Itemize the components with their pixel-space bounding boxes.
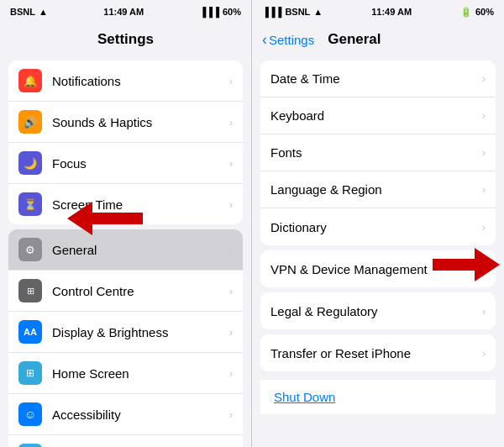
right-signal-icon: ▐▐▐ bbox=[262, 7, 281, 17]
controlcentre-label: Control Centre bbox=[52, 284, 226, 298]
homescreen-icon: ⊞ bbox=[18, 361, 42, 385]
fonts-label: Fonts bbox=[270, 145, 479, 160]
right-group-2: VPN & Device Management › bbox=[260, 250, 496, 287]
sidebar-item-general[interactable]: ⚙ General › bbox=[8, 229, 243, 271]
fonts-chevron: › bbox=[482, 146, 486, 159]
left-settings-list: 🔔 Notifications › 🔊 Sounds & Haptics › 🌙 bbox=[0, 55, 251, 447]
dictionary-chevron: › bbox=[482, 221, 486, 234]
right-time: 11:49 AM bbox=[371, 7, 412, 17]
sidebar-item-display[interactable]: AA Display & Brightness › bbox=[8, 312, 243, 353]
right-settings-list: Date & Time › Keyboard › Fonts › Languag… bbox=[252, 55, 504, 447]
sidebar-item-controlcentre[interactable]: ⊞ Control Centre › bbox=[8, 271, 243, 312]
datetime-chevron: › bbox=[482, 72, 486, 85]
notifications-icon: 🔔 bbox=[18, 69, 42, 92]
left-panel: BSNL ▲ 11:49 AM ▐▐▐ 60% Settings 🔔 Notif… bbox=[0, 0, 252, 447]
sidebar-item-sounds[interactable]: 🔊 Sounds & Haptics › bbox=[8, 102, 243, 143]
controlcentre-icon: ⊞ bbox=[18, 279, 42, 302]
language-label: Language & Region bbox=[270, 182, 479, 197]
homescreen-label: Home Screen bbox=[52, 366, 226, 381]
left-wifi-icon: ▲ bbox=[39, 7, 48, 17]
vpn-label: VPN & Device Management bbox=[270, 262, 479, 276]
display-chevron: › bbox=[229, 326, 233, 339]
right-title: General bbox=[328, 31, 381, 48]
language-chevron: › bbox=[482, 183, 486, 196]
left-status-bar: BSNL ▲ 11:49 AM ▐▐▐ 60% bbox=[0, 0, 251, 24]
left-signal-icon: ▐▐▐ bbox=[200, 7, 219, 17]
left-group-2: ⚙ General › ⊞ Control Centre › AA D bbox=[8, 229, 243, 447]
homescreen-chevron: › bbox=[229, 367, 233, 380]
notifications-chevron: › bbox=[229, 75, 233, 87]
right-group-3: Legal & Regulatory › bbox=[260, 292, 496, 329]
right-group-1: Date & Time › Keyboard › Fonts › Languag… bbox=[260, 60, 496, 245]
left-battery: 60% bbox=[223, 7, 241, 17]
right-status-bar: ▐▐▐ BSNL ▲ 11:49 AM 🔋 60% bbox=[252, 0, 504, 24]
focus-icon: 🌙 bbox=[18, 151, 42, 175]
sidebar-item-wallpaper[interactable]: ❋ Wallpaper › bbox=[8, 435, 243, 447]
general-chevron: › bbox=[229, 244, 233, 256]
legal-label: Legal & Regulatory bbox=[270, 304, 479, 318]
right-item-legal[interactable]: Legal & Regulatory › bbox=[260, 292, 496, 329]
wallpaper-icon: ❋ bbox=[18, 444, 42, 447]
general-icon: ⚙ bbox=[18, 238, 42, 261]
right-group-4: Transfer or Reset iPhone › bbox=[260, 334, 496, 371]
right-battery: 60% bbox=[475, 7, 494, 17]
sounds-label: Sounds & Haptics bbox=[52, 115, 226, 129]
screentime-icon: ⏳ bbox=[18, 192, 42, 216]
shutdown-container: Shut Down bbox=[252, 376, 504, 414]
focus-chevron: › bbox=[229, 157, 233, 170]
screentime-chevron: › bbox=[229, 198, 233, 211]
accessibility-label: Accessibility bbox=[52, 408, 226, 422]
right-item-fonts[interactable]: Fonts › bbox=[260, 134, 496, 171]
display-label: Display & Brightness bbox=[52, 325, 226, 339]
notifications-label: Notifications bbox=[52, 74, 226, 88]
right-nav-header: ‹ Settings General bbox=[252, 24, 504, 55]
left-title: Settings bbox=[97, 31, 154, 48]
datetime-label: Date & Time bbox=[270, 71, 479, 86]
sounds-chevron: › bbox=[229, 116, 233, 129]
right-item-vpn[interactable]: VPN & Device Management › bbox=[260, 250, 496, 287]
transfer-label: Transfer or Reset iPhone bbox=[270, 346, 479, 360]
back-button[interactable]: ‹ Settings bbox=[262, 31, 314, 49]
right-item-keyboard[interactable]: Keyboard › bbox=[260, 97, 496, 134]
dictionary-label: Dictionary bbox=[270, 220, 479, 234]
right-item-datetime[interactable]: Date & Time › bbox=[260, 60, 496, 97]
accessibility-icon: ☺ bbox=[18, 402, 42, 426]
legal-chevron: › bbox=[482, 305, 486, 318]
right-battery-icon: 🔋 bbox=[460, 7, 472, 18]
vpn-chevron: › bbox=[482, 263, 486, 276]
sidebar-item-accessibility[interactable]: ☺ Accessibility › bbox=[8, 394, 243, 435]
right-carrier: BSNL bbox=[285, 7, 310, 17]
right-item-dictionary[interactable]: Dictionary › bbox=[260, 208, 496, 245]
transfer-chevron: › bbox=[482, 347, 486, 360]
keyboard-label: Keyboard bbox=[270, 108, 479, 123]
focus-label: Focus bbox=[52, 156, 226, 171]
back-label: Settings bbox=[269, 33, 314, 47]
accessibility-chevron: › bbox=[229, 408, 233, 421]
general-label: General bbox=[52, 243, 226, 257]
left-nav-header: Settings bbox=[0, 24, 251, 55]
shutdown-link[interactable]: Shut Down bbox=[260, 380, 496, 414]
right-panel: ▐▐▐ BSNL ▲ 11:49 AM 🔋 60% ‹ Settings Gen… bbox=[252, 0, 504, 447]
right-wifi-icon: ▲ bbox=[313, 7, 323, 17]
sidebar-item-focus[interactable]: 🌙 Focus › bbox=[8, 143, 243, 184]
screentime-label: Screen Time bbox=[52, 197, 226, 212]
display-icon: AA bbox=[18, 320, 42, 344]
sounds-icon: 🔊 bbox=[18, 110, 42, 134]
sidebar-item-notifications[interactable]: 🔔 Notifications › bbox=[8, 60, 243, 102]
left-group-1: 🔔 Notifications › 🔊 Sounds & Haptics › 🌙 bbox=[8, 60, 243, 224]
sidebar-item-screentime[interactable]: ⏳ Screen Time › bbox=[8, 184, 243, 224]
right-item-language[interactable]: Language & Region › bbox=[260, 171, 496, 208]
keyboard-chevron: › bbox=[482, 109, 486, 122]
back-chevron-icon: ‹ bbox=[262, 31, 267, 49]
controlcentre-chevron: › bbox=[229, 285, 233, 297]
left-carrier: BSNL bbox=[10, 7, 35, 17]
left-time: 11:49 AM bbox=[103, 7, 144, 17]
sidebar-item-homescreen[interactable]: ⊞ Home Screen › bbox=[8, 353, 243, 394]
right-item-transfer[interactable]: Transfer or Reset iPhone › bbox=[260, 334, 496, 371]
